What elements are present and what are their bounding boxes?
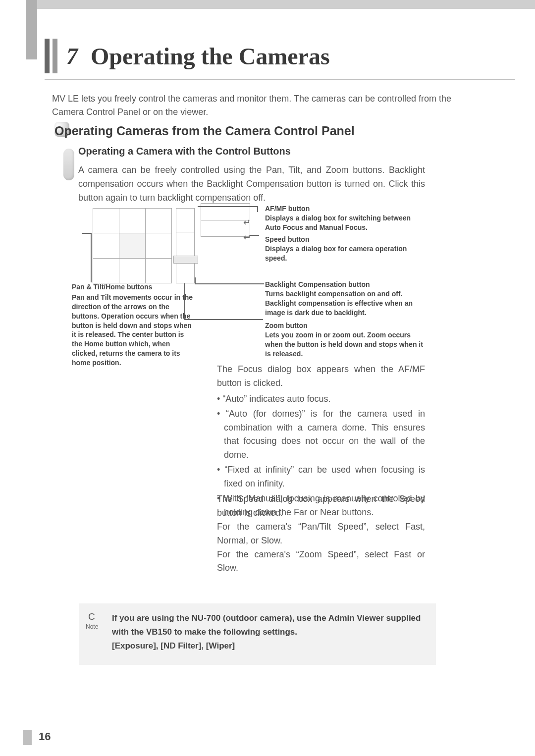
arrow-icon: ↩ bbox=[243, 232, 251, 243]
speed-line: For the camera's “Zoom Speed”, select Fa… bbox=[217, 548, 425, 576]
subsection-body: A camera can be freely controlled using … bbox=[78, 163, 425, 205]
pan-tilt-keypad bbox=[93, 208, 172, 283]
speed-line: For the camera's “Pan/Tilt Speed”, selec… bbox=[217, 520, 425, 548]
label-title: Pan & Tilt/Home buttons bbox=[72, 282, 196, 292]
bullet-text: “Fixed at infinity” can be used when foc… bbox=[224, 465, 425, 488]
accent-bar-dark bbox=[45, 39, 50, 73]
bullet-text: “Auto (for domes)” is for the camera use… bbox=[224, 409, 425, 460]
top-accent-bar bbox=[26, 0, 535, 9]
intro-paragraph: MV LE lets you freely control the camera… bbox=[52, 92, 478, 119]
note-text: If you are using the NU-700 (outdoor cam… bbox=[112, 611, 426, 653]
label-afmf: AF/MF button Displays a dialog box for s… bbox=[265, 204, 424, 232]
arrow-icon: ↵ bbox=[243, 217, 251, 228]
chapter-title: Operating the Cameras bbox=[91, 43, 330, 70]
chapter-accent-bars bbox=[45, 39, 57, 73]
label-title: Zoom button bbox=[265, 322, 308, 329]
label-pan-tilt: Pan & Tilt/Home buttons Pan and Tilt mov… bbox=[72, 282, 196, 368]
label-body: Lets you zoom in or zoom out. Zoom occur… bbox=[265, 331, 423, 358]
list-item: • “Auto” indicates auto focus. bbox=[217, 392, 425, 406]
note-callout: C Note If you are using the NU-700 (outd… bbox=[79, 603, 436, 665]
note-letter: C bbox=[88, 611, 95, 622]
list-item: • “Fixed at infinity” can be used when f… bbox=[217, 463, 425, 491]
connector-line bbox=[82, 233, 92, 234]
label-title: Backlight Compensation button bbox=[265, 280, 370, 288]
note-settings: [Exposure], [ND Filter], [Wiper] bbox=[112, 641, 235, 650]
chapter-number: 7 bbox=[66, 43, 78, 69]
label-body: Pan and Tilt movements occur in the dire… bbox=[72, 293, 193, 367]
label-zoom: Zoom button Lets you zoom in or zoom out… bbox=[265, 321, 424, 359]
page-number: 16 bbox=[39, 730, 51, 743]
focus-intro: The Focus dialog box appears when the AF… bbox=[217, 363, 425, 390]
accent-bar-light bbox=[53, 39, 57, 73]
label-body: Turns backlight compensation on and off.… bbox=[265, 290, 413, 317]
connector-line bbox=[257, 206, 258, 212]
label-body: Displays a dialog box for switching betw… bbox=[265, 214, 411, 231]
speed-line: The Speed dialog box appears when the Sp… bbox=[217, 492, 425, 520]
connector-line bbox=[195, 283, 264, 284]
connector-line bbox=[198, 206, 257, 207]
speed-dialog-description: The Speed dialog box appears when the Sp… bbox=[217, 492, 425, 575]
divider bbox=[45, 79, 515, 80]
left-tab-accent bbox=[26, 0, 37, 59]
connector-line bbox=[91, 233, 92, 282]
page-number-accent bbox=[23, 730, 32, 745]
connector-line bbox=[250, 235, 259, 236]
label-title: AF/MF button bbox=[265, 205, 310, 213]
zoom-column bbox=[176, 208, 195, 283]
label-speed: Speed button Displays a dialog box for c… bbox=[265, 235, 424, 263]
list-item: • “Auto (for domes)” is for the camera u… bbox=[217, 407, 425, 463]
control-panel-diagram: ↵ ↩ Pan & Tilt/Home buttons Pan and Tilt… bbox=[72, 203, 438, 362]
chapter-header: 7 Operating the Cameras bbox=[45, 39, 330, 73]
section-heading-text: Operating Cameras from the Camera Contro… bbox=[54, 124, 355, 138]
bullet-text: “Auto” indicates auto focus. bbox=[222, 394, 330, 404]
afmf-speed-box bbox=[201, 203, 250, 237]
connector-line bbox=[184, 319, 263, 320]
note-label: Note bbox=[86, 623, 98, 630]
section-heading: Operating Cameras from the Camera Contro… bbox=[54, 124, 355, 138]
subsection-bullet-icon bbox=[63, 149, 74, 180]
label-title: Speed button bbox=[265, 235, 309, 243]
note-body: If you are using the NU-700 (outdoor cam… bbox=[112, 613, 421, 637]
subsection-heading: Operating a Camera with the Control Butt… bbox=[78, 146, 291, 157]
label-body: Displays a dialog box for camera operati… bbox=[265, 245, 407, 262]
label-backlight: Backlight Compensation button Turns back… bbox=[265, 280, 424, 318]
